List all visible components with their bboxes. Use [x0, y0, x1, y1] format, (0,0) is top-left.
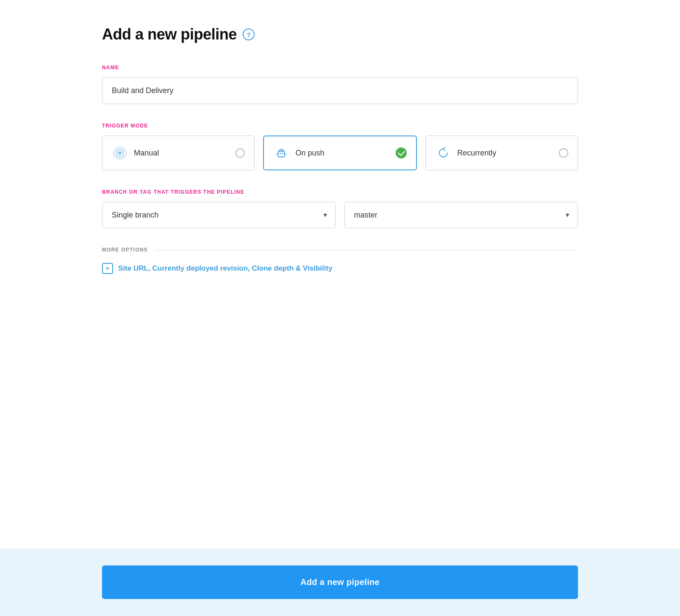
branch-type-select[interactable]: Single branch Wildcard All branches: [102, 202, 336, 228]
trigger-option-push-left: On push: [273, 145, 324, 161]
branch-type-wrapper: Single branch Wildcard All branches ▼: [102, 202, 336, 228]
page-header: Add a new pipeline ?: [102, 25, 578, 43]
trigger-option-manual[interactable]: Manual: [102, 136, 255, 170]
branch-label: BRANCH OR TAG THAT TRIGGERS THE PIPELINE: [102, 189, 578, 195]
svg-rect-4: [280, 153, 281, 154]
page-title: Add a new pipeline: [102, 25, 237, 43]
trigger-option-recurrently[interactable]: Recurrently: [425, 136, 578, 170]
manual-radio[interactable]: [235, 148, 245, 158]
branch-section: BRANCH OR TAG THAT TRIGGERS THE PIPELINE…: [102, 189, 578, 228]
branch-name-wrapper: master develop main ▼: [344, 202, 578, 228]
branch-selects: Single branch Wildcard All branches ▼ ma…: [102, 202, 578, 228]
recurrent-icon: [435, 145, 451, 161]
add-pipeline-button[interactable]: Add a new pipeline: [102, 565, 578, 599]
manual-icon: [112, 145, 128, 161]
more-options-header: MORE OPTIONS: [102, 247, 578, 253]
trigger-option-on-push[interactable]: On push: [263, 136, 416, 170]
more-options-section: MORE OPTIONS + Site URL, Currently deplo…: [102, 247, 578, 276]
footer-bar: Add a new pipeline: [0, 548, 680, 616]
svg-point-6: [280, 149, 282, 151]
recurrent-trigger-label: Recurrently: [457, 149, 496, 158]
pipeline-name-input[interactable]: [102, 77, 578, 104]
more-options-divider: [155, 250, 578, 250]
manual-trigger-label: Manual: [134, 149, 159, 158]
more-options-expand-row[interactable]: + Site URL, Currently deployed revision,…: [102, 261, 578, 276]
trigger-section: TRIGGER MODE Manual: [102, 123, 578, 170]
push-check: [396, 147, 407, 158]
trigger-options: Manual: [102, 136, 578, 170]
push-trigger-label: On push: [295, 149, 324, 158]
trigger-mode-label: TRIGGER MODE: [102, 123, 578, 129]
svg-point-2: [118, 151, 122, 155]
expand-text: Site URL, Currently deployed revision, C…: [118, 264, 332, 273]
push-icon: [273, 145, 289, 161]
expand-plus-icon[interactable]: +: [102, 263, 113, 274]
trigger-option-manual-left: Manual: [112, 145, 159, 161]
svg-rect-5: [282, 153, 283, 154]
help-icon[interactable]: ?: [243, 28, 255, 40]
svg-rect-3: [278, 151, 285, 157]
branch-name-select[interactable]: master develop main: [344, 202, 578, 228]
more-options-label: MORE OPTIONS: [102, 247, 155, 253]
trigger-option-recurrent-left: Recurrently: [435, 145, 496, 161]
name-section: NAME: [102, 65, 578, 104]
recurrent-radio[interactable]: [559, 148, 568, 158]
name-label: NAME: [102, 65, 578, 71]
